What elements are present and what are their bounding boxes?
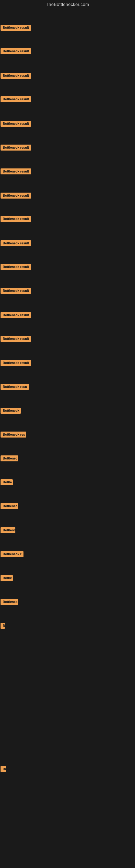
bottleneck-badge-22[interactable]: Bottlend	[1, 527, 15, 533]
bottleneck-badge-13[interactable]: Bottleneck result	[1, 312, 31, 318]
bottleneck-badge-4[interactable]: Bottleneck result	[1, 96, 31, 102]
badges-container: Bottleneck resultBottleneck resultBottle…	[0, 9, 135, 868]
bottleneck-badge-20[interactable]: Bottle	[1, 479, 13, 485]
bottleneck-badge-3[interactable]: Bottleneck result	[1, 73, 31, 79]
bottleneck-badge-23[interactable]: Bottleneck r	[1, 551, 24, 557]
bottleneck-badge-27[interactable]: Bo	[1, 766, 6, 772]
bottleneck-badge-9[interactable]: Bottleneck result	[1, 216, 31, 222]
bottleneck-badge-12[interactable]: Bottleneck result	[1, 288, 31, 294]
bottleneck-badge-17[interactable]: Bottleneck	[1, 408, 21, 414]
page-wrapper: TheBottlenecker.com Bottleneck resultBot…	[0, 0, 135, 868]
bottleneck-badge-7[interactable]: Bottleneck result	[1, 168, 31, 175]
bottleneck-badge-10[interactable]: Bottleneck result	[1, 240, 31, 246]
bottleneck-badge-6[interactable]: Bottleneck result	[1, 145, 31, 151]
bottleneck-badge-18[interactable]: Bottleneck res	[1, 432, 26, 437]
bottleneck-badge-8[interactable]: Bottleneck result	[1, 193, 31, 198]
bottleneck-badge-19[interactable]: Bottlenec	[1, 456, 18, 461]
bottleneck-badge-5[interactable]: Bottleneck result	[1, 121, 31, 127]
bottleneck-badge-2[interactable]: Bottleneck result	[1, 48, 31, 54]
bottleneck-badge-26[interactable]: B	[1, 623, 5, 629]
bottleneck-badge-24[interactable]: Bottle	[1, 575, 13, 581]
bottleneck-badge-1[interactable]: Bottleneck result	[1, 25, 31, 31]
bottleneck-badge-25[interactable]: Bottlenec	[1, 599, 18, 605]
site-title: TheBottlenecker.com	[0, 0, 135, 9]
bottleneck-badge-21[interactable]: Bottlenec	[1, 503, 18, 509]
bottleneck-badge-14[interactable]: Bottleneck result	[1, 336, 31, 342]
bottleneck-badge-16[interactable]: Bottleneck resu	[1, 384, 29, 390]
bottleneck-badge-15[interactable]: Bottleneck result	[1, 360, 31, 366]
bottleneck-badge-11[interactable]: Bottleneck result	[1, 264, 31, 270]
